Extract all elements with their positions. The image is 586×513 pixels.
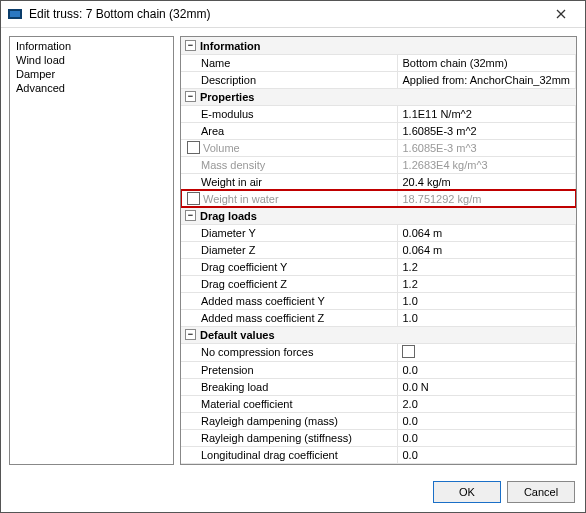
ok-button[interactable]: OK xyxy=(433,481,501,503)
section-header-default-values[interactable]: −Default values xyxy=(181,326,398,343)
collapse-toggle-icon[interactable]: − xyxy=(185,329,196,340)
cancel-button[interactable]: Cancel xyxy=(507,481,575,503)
close-button[interactable] xyxy=(541,1,581,27)
prop-value-rayleigh-stiffness[interactable]: 0.0 xyxy=(398,429,576,446)
prop-label-weightwater: Weight in water xyxy=(203,193,279,205)
checkbox-weight-in-water[interactable] xyxy=(187,192,200,205)
prop-label-longitudinal-drag: Longitudinal drag coefficient xyxy=(181,446,398,463)
section-header-properties[interactable]: −Properties xyxy=(181,88,398,105)
sidebar-item-advanced[interactable]: Advanced xyxy=(14,81,169,95)
prop-label-added-mass-z: Added mass coefficient Z xyxy=(181,309,398,326)
prop-value-drag-coeff-z[interactable]: 1.2 xyxy=(398,275,576,292)
prop-value-drag-coeff-y[interactable]: 1.2 xyxy=(398,258,576,275)
property-grid: −Information NameBottom chain (32mm) Des… xyxy=(180,36,577,465)
checkbox-volume[interactable] xyxy=(187,141,200,154)
prop-label-description: Description xyxy=(181,71,398,88)
collapse-toggle-icon[interactable]: − xyxy=(185,40,196,51)
app-icon xyxy=(7,6,23,22)
sidebar-item-information[interactable]: Information xyxy=(14,39,169,53)
prop-label-volume: Volume xyxy=(203,142,240,154)
prop-label-drag-coeff-y: Drag coefficient Y xyxy=(181,258,398,275)
prop-value-description[interactable]: Applied from: AnchorChain_32mm xyxy=(398,71,576,88)
prop-label-pretension: Pretension xyxy=(181,361,398,378)
prop-value-rayleigh-mass[interactable]: 0.0 xyxy=(398,412,576,429)
titlebar: Edit truss: 7 Bottom chain (32mm) xyxy=(1,1,585,28)
sidebar-item-damper[interactable]: Damper xyxy=(14,67,169,81)
prop-label-area: Area xyxy=(181,122,398,139)
prop-value-diameter-y[interactable]: 0.064 m xyxy=(398,224,576,241)
prop-value-longitudinal-drag[interactable]: 0.0 xyxy=(398,446,576,463)
collapse-toggle-icon[interactable]: − xyxy=(185,210,196,221)
prop-label-breaking-load: Breaking load xyxy=(181,378,398,395)
prop-label-weightair: Weight in air xyxy=(181,173,398,190)
prop-label-drag-coeff-z: Drag coefficient Z xyxy=(181,275,398,292)
dialog-window: Edit truss: 7 Bottom chain (32mm) Inform… xyxy=(0,0,586,513)
prop-label-massdensity: Mass density xyxy=(181,156,398,173)
dialog-body: Information Wind load Damper Advanced −I… xyxy=(1,28,585,473)
prop-label-emodulus: E-modulus xyxy=(181,105,398,122)
collapse-toggle-icon[interactable]: − xyxy=(185,91,196,102)
prop-label-no-compression: No compression forces xyxy=(181,343,398,361)
sidebar: Information Wind load Damper Advanced xyxy=(9,36,174,465)
prop-label-rayleigh-stiffness: Rayleigh dampening (stiffness) xyxy=(181,429,398,446)
sidebar-item-wind-load[interactable]: Wind load xyxy=(14,53,169,67)
prop-value-name[interactable]: Bottom chain (32mm) xyxy=(398,54,576,71)
prop-value-breaking-load[interactable]: 0.0 N xyxy=(398,378,576,395)
window-title: Edit truss: 7 Bottom chain (32mm) xyxy=(29,7,541,21)
prop-value-added-mass-y[interactable]: 1.0 xyxy=(398,292,576,309)
prop-value-no-compression[interactable] xyxy=(398,343,576,361)
prop-value-massdensity: 1.2683E4 kg/m^3 xyxy=(398,156,576,173)
prop-label-name: Name xyxy=(181,54,398,71)
section-header-drag-loads[interactable]: −Drag loads xyxy=(181,207,398,224)
svg-rect-1 xyxy=(10,11,20,17)
prop-value-emodulus[interactable]: 1.1E11 N/m^2 xyxy=(398,105,576,122)
section-header-information[interactable]: −Information xyxy=(181,37,398,54)
prop-label-rayleigh-mass: Rayleigh dampening (mass) xyxy=(181,412,398,429)
dialog-footer: OK Cancel xyxy=(1,473,585,512)
prop-label-diameter-z: Diameter Z xyxy=(181,241,398,258)
prop-value-added-mass-z[interactable]: 1.0 xyxy=(398,309,576,326)
prop-value-area[interactable]: 1.6085E-3 m^2 xyxy=(398,122,576,139)
prop-value-weightair[interactable]: 20.4 kg/m xyxy=(398,173,576,190)
prop-value-pretension[interactable]: 0.0 xyxy=(398,361,576,378)
prop-label-material-coeff: Material coefficient xyxy=(181,395,398,412)
prop-value-weightwater: 18.751292 kg/m xyxy=(398,190,576,207)
checkbox-no-compression[interactable] xyxy=(402,345,415,358)
highlighted-row-weight-in-water: Weight in water18.751292 kg/m xyxy=(181,190,576,207)
prop-label-added-mass-y: Added mass coefficient Y xyxy=(181,292,398,309)
prop-value-diameter-z[interactable]: 0.064 m xyxy=(398,241,576,258)
prop-label-diameter-y: Diameter Y xyxy=(181,224,398,241)
prop-value-volume: 1.6085E-3 m^3 xyxy=(398,139,576,156)
prop-value-material-coeff[interactable]: 2.0 xyxy=(398,395,576,412)
